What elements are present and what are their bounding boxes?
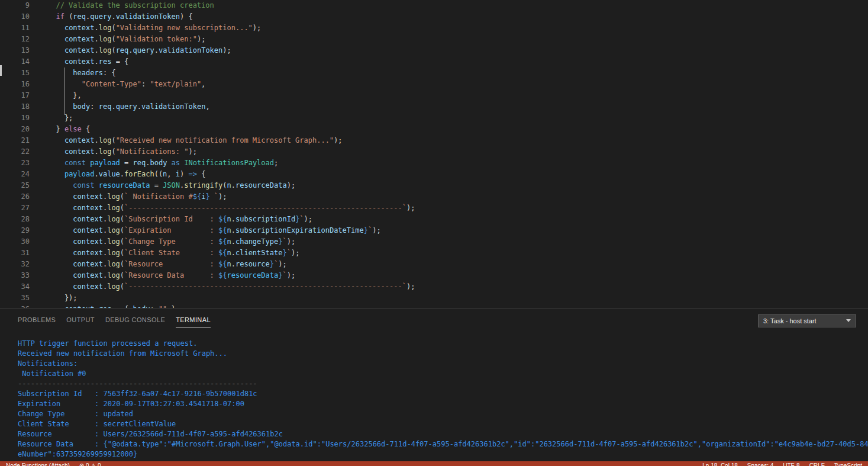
panel-header: PROBLEMS OUTPUT DEBUG CONSOLE TERMINAL 3… bbox=[0, 309, 868, 332]
code-line[interactable]: 16 "Content-Type": "text/plain", bbox=[0, 79, 868, 90]
line-number[interactable]: 31 bbox=[0, 248, 30, 259]
code-line[interactable]: 25 const resourceData = JSON.stringify(n… bbox=[0, 180, 868, 191]
tab-debug-console[interactable]: DEBUG CONSOLE bbox=[105, 314, 165, 327]
cursor-position[interactable]: Ln 18, Col 18 bbox=[702, 461, 738, 466]
code-text: context.log(`---------------------------… bbox=[30, 203, 415, 214]
code-text: context.log(`Resource Data : ${resourceD… bbox=[30, 270, 295, 281]
code-text: headers: { bbox=[30, 68, 116, 79]
code-line[interactable]: 20 } else { bbox=[0, 124, 868, 135]
line-number[interactable]: 17 bbox=[0, 90, 30, 101]
code-line[interactable]: 26 context.log(` Notification #${i} `); bbox=[0, 191, 868, 203]
code-line[interactable]: 19 }; bbox=[0, 113, 868, 124]
line-number[interactable]: 10 bbox=[0, 11, 30, 23]
terminal-line: Notification #0 bbox=[18, 369, 868, 379]
panel-tabs: PROBLEMS OUTPUT DEBUG CONSOLE TERMINAL bbox=[0, 314, 211, 327]
tab-output[interactable]: OUTPUT bbox=[66, 314, 95, 327]
code-line[interactable]: 22 context.log("Notifications: "); bbox=[0, 146, 868, 158]
line-number[interactable]: 30 bbox=[0, 236, 30, 248]
chevron-down-icon bbox=[846, 319, 851, 322]
code-text: const resourceData = JSON.stringify(n.re… bbox=[30, 180, 295, 191]
line-number[interactable]: 27 bbox=[0, 203, 30, 214]
code-lines: 9 // Validate the subscription creation1… bbox=[0, 0, 868, 308]
line-number[interactable]: 13 bbox=[0, 45, 30, 56]
code-line[interactable]: 29 context.log(`Expiration : ${n.subscri… bbox=[0, 225, 868, 236]
code-line[interactable]: 27 context.log(`------------------------… bbox=[0, 203, 868, 214]
problems-indicator[interactable]: ⊗ 0 ⚠ 0 bbox=[79, 461, 101, 466]
bottom-panel: PROBLEMS OUTPUT DEBUG CONSOLE TERMINAL 3… bbox=[0, 309, 868, 461]
line-number[interactable]: 25 bbox=[0, 180, 30, 191]
code-line[interactable]: 12 context.log("Validation token:"); bbox=[0, 34, 868, 45]
code-line[interactable]: 23 const payload = req.body as INotifica… bbox=[0, 158, 868, 169]
code-line[interactable]: 36 context.res = { body: "" }; bbox=[0, 304, 868, 308]
code-text: context.res = { bbox=[30, 56, 128, 68]
code-line[interactable]: 24 payload.value.forEach((n, i) => { bbox=[0, 169, 868, 180]
encoding-setting[interactable]: UTF-8 bbox=[783, 461, 799, 466]
code-text: }, bbox=[30, 90, 82, 101]
line-number[interactable]: 22 bbox=[0, 146, 30, 158]
terminal-line: Change Type : updated bbox=[18, 409, 868, 419]
line-number[interactable]: 14 bbox=[0, 56, 30, 68]
terminal-selector-dropdown[interactable]: 3: Task - host start bbox=[758, 314, 856, 327]
code-line[interactable]: 13 context.log(req.query.validationToken… bbox=[0, 45, 868, 56]
code-line[interactable]: 9 // Validate the subscription creation bbox=[0, 0, 868, 11]
line-number[interactable]: 29 bbox=[0, 225, 30, 236]
code-text: context.log("Received new notification f… bbox=[30, 135, 343, 146]
debug-session-indicator[interactable]: Node Functions (Attach) bbox=[6, 461, 70, 466]
code-line[interactable]: 14 context.res = { bbox=[0, 56, 868, 68]
line-number[interactable]: 18 bbox=[0, 101, 30, 113]
code-line[interactable]: 18 body: req.query.validationToken, bbox=[0, 101, 868, 113]
code-line[interactable]: 31 context.log(`Client State : ${n.clien… bbox=[0, 248, 868, 259]
code-line[interactable]: 10 if (req.query.validationToken) { bbox=[0, 11, 868, 23]
code-line[interactable]: 15 headers: { bbox=[0, 68, 868, 79]
line-number[interactable]: 21 bbox=[0, 135, 30, 146]
line-number[interactable]: 19 bbox=[0, 113, 30, 124]
active-indent-guide bbox=[64, 68, 65, 115]
code-text: context.log(`Change Type : ${n.changeTyp… bbox=[30, 236, 295, 248]
line-number[interactable]: 9 bbox=[0, 0, 30, 11]
terminal-output[interactable]: HTTP trigger function processed a reques… bbox=[0, 332, 868, 460]
tab-terminal[interactable]: TERMINAL bbox=[176, 314, 211, 327]
indentation-setting[interactable]: Spaces: 4 bbox=[747, 461, 773, 466]
line-number[interactable]: 36 bbox=[0, 304, 30, 308]
terminal-line: Resource Data : {"@odata.type":"#Microso… bbox=[18, 439, 868, 449]
editor-left-decoration bbox=[0, 65, 2, 76]
code-line[interactable]: 11 context.log("Validating new subscript… bbox=[0, 23, 868, 34]
code-line[interactable]: 35 }); bbox=[0, 293, 868, 304]
line-number[interactable]: 11 bbox=[0, 23, 30, 34]
line-number[interactable]: 12 bbox=[0, 34, 30, 45]
line-number[interactable]: 15 bbox=[0, 68, 30, 79]
line-number[interactable]: 28 bbox=[0, 214, 30, 225]
terminal-line: HTTP trigger function processed a reques… bbox=[18, 339, 868, 349]
tab-problems[interactable]: PROBLEMS bbox=[18, 314, 56, 327]
code-text: } else { bbox=[30, 124, 90, 135]
eol-setting[interactable]: CRLF bbox=[809, 461, 825, 466]
line-number[interactable]: 26 bbox=[0, 191, 30, 203]
code-line[interactable]: 28 context.log(`Subscription Id : ${n.su… bbox=[0, 214, 868, 225]
line-number[interactable]: 16 bbox=[0, 79, 30, 90]
line-number[interactable]: 32 bbox=[0, 259, 30, 270]
code-text: // Validate the subscription creation bbox=[30, 0, 214, 11]
status-bar-right: Ln 18, Col 18 Spaces: 4 UTF-8 CRLF TypeS… bbox=[702, 461, 862, 466]
line-number[interactable]: 35 bbox=[0, 293, 30, 304]
line-number[interactable]: 20 bbox=[0, 124, 30, 135]
code-line[interactable]: 32 context.log(`Resource : ${n.resource}… bbox=[0, 259, 868, 270]
code-text: context.log(`Expiration : ${n.subscripti… bbox=[30, 225, 381, 236]
code-line[interactable]: 34 context.log(`------------------------… bbox=[0, 281, 868, 293]
code-line[interactable]: 17 }, bbox=[0, 90, 868, 101]
terminal-line: Received new notification from Microsoft… bbox=[18, 349, 868, 359]
code-text: context.res = { body: "" }; bbox=[30, 304, 180, 308]
code-text: payload.value.forEach((n, i) => { bbox=[30, 169, 205, 180]
code-line[interactable]: 30 context.log(`Change Type : ${n.change… bbox=[0, 236, 868, 248]
terminal-line: Notifications: bbox=[18, 359, 868, 369]
line-number[interactable]: 34 bbox=[0, 281, 30, 293]
line-number[interactable]: 24 bbox=[0, 169, 30, 180]
terminal-line: ----------------------------------------… bbox=[18, 379, 868, 389]
code-editor[interactable]: 9 // Validate the subscription creation1… bbox=[0, 0, 868, 308]
line-number[interactable]: 23 bbox=[0, 158, 30, 169]
language-mode[interactable]: TypeScript bbox=[834, 461, 862, 466]
code-line[interactable]: 33 context.log(`Resource Data : ${resour… bbox=[0, 270, 868, 281]
terminal-line: Resource : Users/2632566d-711d-4f07-a595… bbox=[18, 429, 868, 439]
line-number[interactable]: 33 bbox=[0, 270, 30, 281]
code-text: context.log(`Client State : ${n.clientSt… bbox=[30, 248, 299, 259]
code-line[interactable]: 21 context.log("Received new notificatio… bbox=[0, 135, 868, 146]
